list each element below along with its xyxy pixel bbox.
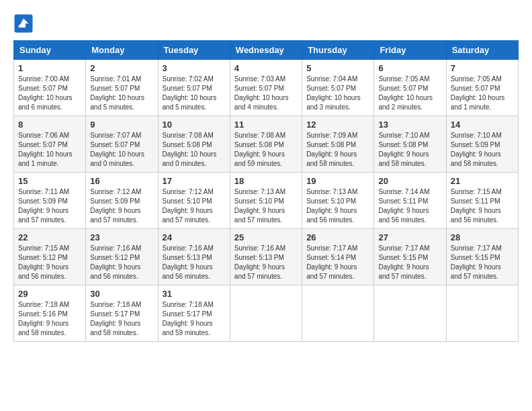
day-info: Sunrise: 7:01 AM Sunset: 5:07 PM Dayligh… (90, 75, 153, 112)
day-number: 11 (234, 120, 298, 130)
day-number: 24 (163, 232, 226, 242)
calendar-cell: 5 Sunrise: 7:04 AM Sunset: 5:07 PM Dayli… (302, 60, 374, 116)
calendar-cell: 15 Sunrise: 7:11 AM Sunset: 5:09 PM Dayl… (14, 173, 86, 229)
day-info: Sunrise: 7:08 AM Sunset: 5:08 PM Dayligh… (163, 131, 226, 169)
calendar: SundayMondayTuesdayWednesdayThursdayFrid… (13, 40, 519, 342)
day-number: 15 (18, 176, 81, 186)
day-number: 3 (163, 63, 226, 73)
calendar-cell: 14 Sunrise: 7:10 AM Sunset: 5:09 PM Dayl… (446, 116, 518, 173)
calendar-week-2: 8 Sunrise: 7:06 AM Sunset: 5:07 PM Dayli… (14, 116, 519, 173)
day-info: Sunrise: 7:18 AM Sunset: 5:17 PM Dayligh… (163, 300, 226, 338)
logo (13, 13, 36, 34)
day-number: 28 (451, 232, 514, 242)
calendar-cell (446, 285, 518, 342)
day-number: 4 (234, 63, 298, 73)
day-number: 21 (451, 176, 514, 186)
calendar-cell: 16 Sunrise: 7:12 AM Sunset: 5:09 PM Dayl… (86, 173, 158, 229)
svg-rect-2 (19, 25, 26, 28)
day-number: 26 (306, 232, 369, 242)
day-info: Sunrise: 7:04 AM Sunset: 5:07 PM Dayligh… (306, 75, 369, 112)
calendar-cell: 29 Sunrise: 7:18 AM Sunset: 5:16 PM Dayl… (14, 285, 86, 342)
day-info: Sunrise: 7:16 AM Sunset: 5:13 PM Dayligh… (234, 244, 298, 281)
weekday-header-sunday: Sunday (14, 41, 86, 60)
day-info: Sunrise: 7:00 AM Sunset: 5:07 PM Dayligh… (18, 75, 81, 112)
calendar-cell: 4 Sunrise: 7:03 AM Sunset: 5:07 PM Dayli… (230, 60, 302, 116)
calendar-week-3: 15 Sunrise: 7:11 AM Sunset: 5:09 PM Dayl… (14, 173, 519, 229)
day-info: Sunrise: 7:03 AM Sunset: 5:07 PM Dayligh… (234, 75, 298, 112)
day-number: 5 (306, 63, 369, 73)
calendar-week-1: 1 Sunrise: 7:00 AM Sunset: 5:07 PM Dayli… (14, 60, 519, 116)
day-number: 20 (378, 176, 441, 186)
day-info: Sunrise: 7:06 AM Sunset: 5:07 PM Dayligh… (18, 131, 81, 169)
day-number: 13 (378, 120, 441, 130)
calendar-cell: 26 Sunrise: 7:17 AM Sunset: 5:14 PM Dayl… (302, 229, 374, 285)
day-number: 10 (163, 120, 226, 130)
calendar-cell (230, 285, 302, 342)
page-header (13, 13, 519, 34)
calendar-week-5: 29 Sunrise: 7:18 AM Sunset: 5:16 PM Dayl… (14, 285, 519, 342)
calendar-cell: 23 Sunrise: 7:16 AM Sunset: 5:12 PM Dayl… (86, 229, 158, 285)
calendar-cell: 18 Sunrise: 7:13 AM Sunset: 5:10 PM Dayl… (230, 173, 302, 229)
weekday-header-monday: Monday (86, 41, 158, 60)
day-info: Sunrise: 7:10 AM Sunset: 5:09 PM Dayligh… (451, 131, 514, 169)
weekday-header-row: SundayMondayTuesdayWednesdayThursdayFrid… (14, 41, 519, 60)
day-info: Sunrise: 7:12 AM Sunset: 5:10 PM Dayligh… (163, 187, 226, 225)
calendar-cell: 10 Sunrise: 7:08 AM Sunset: 5:08 PM Dayl… (158, 116, 230, 173)
calendar-header: SundayMondayTuesdayWednesdayThursdayFrid… (14, 41, 519, 60)
day-info: Sunrise: 7:14 AM Sunset: 5:11 PM Dayligh… (378, 187, 441, 225)
day-number: 22 (18, 232, 81, 242)
calendar-cell: 22 Sunrise: 7:15 AM Sunset: 5:12 PM Dayl… (14, 229, 86, 285)
weekday-header-wednesday: Wednesday (230, 41, 302, 60)
calendar-cell: 2 Sunrise: 7:01 AM Sunset: 5:07 PM Dayli… (86, 60, 158, 116)
calendar-cell: 17 Sunrise: 7:12 AM Sunset: 5:10 PM Dayl… (158, 173, 230, 229)
day-info: Sunrise: 7:10 AM Sunset: 5:08 PM Dayligh… (378, 131, 441, 169)
day-number: 17 (163, 176, 226, 186)
calendar-cell: 27 Sunrise: 7:17 AM Sunset: 5:15 PM Dayl… (374, 229, 446, 285)
calendar-cell: 31 Sunrise: 7:18 AM Sunset: 5:17 PM Dayl… (158, 285, 230, 342)
day-info: Sunrise: 7:09 AM Sunset: 5:08 PM Dayligh… (306, 131, 369, 169)
day-number: 27 (378, 232, 441, 242)
calendar-cell: 28 Sunrise: 7:17 AM Sunset: 5:15 PM Dayl… (446, 229, 518, 285)
day-info: Sunrise: 7:08 AM Sunset: 5:08 PM Dayligh… (234, 131, 298, 169)
calendar-cell: 12 Sunrise: 7:09 AM Sunset: 5:08 PM Dayl… (302, 116, 374, 173)
weekday-header-thursday: Thursday (302, 41, 374, 60)
day-number: 19 (306, 176, 369, 186)
day-number: 6 (378, 63, 441, 73)
calendar-cell: 24 Sunrise: 7:16 AM Sunset: 5:13 PM Dayl… (158, 229, 230, 285)
day-number: 1 (18, 63, 81, 73)
day-number: 16 (90, 176, 153, 186)
day-info: Sunrise: 7:16 AM Sunset: 5:13 PM Dayligh… (163, 244, 226, 281)
calendar-cell: 11 Sunrise: 7:08 AM Sunset: 5:08 PM Dayl… (230, 116, 302, 173)
day-info: Sunrise: 7:17 AM Sunset: 5:15 PM Dayligh… (378, 244, 441, 281)
calendar-cell: 19 Sunrise: 7:13 AM Sunset: 5:10 PM Dayl… (302, 173, 374, 229)
calendar-cell (374, 285, 446, 342)
calendar-cell: 3 Sunrise: 7:02 AM Sunset: 5:07 PM Dayli… (158, 60, 230, 116)
calendar-cell: 7 Sunrise: 7:05 AM Sunset: 5:07 PM Dayli… (446, 60, 518, 116)
day-info: Sunrise: 7:15 AM Sunset: 5:11 PM Dayligh… (451, 187, 514, 225)
weekday-header-friday: Friday (374, 41, 446, 60)
day-number: 7 (451, 63, 514, 73)
calendar-cell: 30 Sunrise: 7:18 AM Sunset: 5:17 PM Dayl… (86, 285, 158, 342)
calendar-cell: 6 Sunrise: 7:05 AM Sunset: 5:07 PM Dayli… (374, 60, 446, 116)
calendar-cell: 21 Sunrise: 7:15 AM Sunset: 5:11 PM Dayl… (446, 173, 518, 229)
day-info: Sunrise: 7:15 AM Sunset: 5:12 PM Dayligh… (18, 244, 81, 281)
day-info: Sunrise: 7:12 AM Sunset: 5:09 PM Dayligh… (90, 187, 153, 225)
calendar-cell: 20 Sunrise: 7:14 AM Sunset: 5:11 PM Dayl… (374, 173, 446, 229)
calendar-week-4: 22 Sunrise: 7:15 AM Sunset: 5:12 PM Dayl… (14, 229, 519, 285)
day-number: 8 (18, 120, 81, 130)
day-number: 2 (90, 63, 153, 73)
day-info: Sunrise: 7:17 AM Sunset: 5:14 PM Dayligh… (306, 244, 369, 281)
day-number: 31 (163, 289, 226, 299)
calendar-cell: 1 Sunrise: 7:00 AM Sunset: 5:07 PM Dayli… (14, 60, 86, 116)
weekday-header-tuesday: Tuesday (158, 41, 230, 60)
calendar-cell (302, 285, 374, 342)
day-info: Sunrise: 7:13 AM Sunset: 5:10 PM Dayligh… (234, 187, 298, 225)
day-info: Sunrise: 7:18 AM Sunset: 5:17 PM Dayligh… (90, 300, 153, 338)
calendar-cell: 8 Sunrise: 7:06 AM Sunset: 5:07 PM Dayli… (14, 116, 86, 173)
day-info: Sunrise: 7:07 AM Sunset: 5:07 PM Dayligh… (90, 131, 153, 169)
day-info: Sunrise: 7:13 AM Sunset: 5:10 PM Dayligh… (306, 187, 369, 225)
calendar-cell: 13 Sunrise: 7:10 AM Sunset: 5:08 PM Dayl… (374, 116, 446, 173)
day-number: 12 (306, 120, 369, 130)
day-info: Sunrise: 7:16 AM Sunset: 5:12 PM Dayligh… (90, 244, 153, 281)
day-info: Sunrise: 7:18 AM Sunset: 5:16 PM Dayligh… (18, 300, 81, 338)
